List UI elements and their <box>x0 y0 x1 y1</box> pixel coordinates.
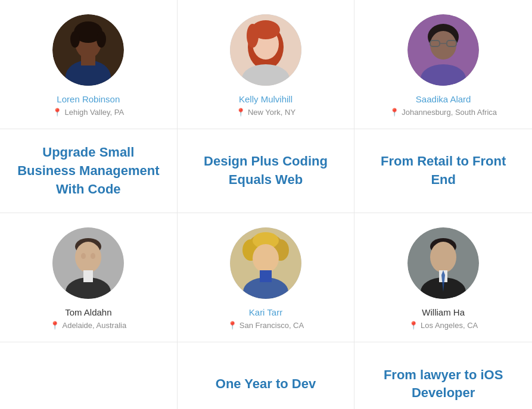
person-name-saadika: Saadika Alard <box>416 94 471 104</box>
svg-point-23 <box>81 253 86 259</box>
avatar-kari <box>230 227 301 299</box>
location-icon: 📍 <box>50 321 60 330</box>
avatar-saadika <box>407 14 479 86</box>
title-card-retail[interactable]: From Retail to Front End <box>354 129 532 213</box>
svg-point-37 <box>430 242 456 273</box>
person-location-kari: 📍 San Francisco, CA <box>228 321 304 330</box>
person-card-william[interactable]: William Ha 📍 Los Angeles, CA <box>354 213 532 342</box>
title-card-design[interactable]: Design Plus Coding Equals Web <box>178 129 355 213</box>
avatar-loren <box>52 14 124 86</box>
person-location-tom: 📍 Adelaide, Australia <box>50 321 126 330</box>
person-card-loren[interactable]: Loren Robinson 📍 Lehigh Valley, PA <box>0 0 178 129</box>
title-card-lawyer[interactable]: From lawyer to iOS Developer <box>354 342 532 409</box>
svg-rect-34 <box>260 270 272 282</box>
person-name-tom: Tom Aldahn <box>65 307 111 317</box>
talk-title-oneyear: One Year to Dev <box>216 375 316 394</box>
person-card-saadika[interactable]: Saadika Alard 📍 Johannesburg, South Afri… <box>354 0 532 129</box>
person-card-kari[interactable]: Kari Tarr 📍 San Francisco, CA <box>178 213 355 342</box>
person-name-william: William Ha <box>422 307 465 317</box>
svg-point-3 <box>70 31 80 48</box>
talk-title-design: Design Plus Coding Equals Web <box>189 152 343 189</box>
avatar-william <box>407 227 479 299</box>
location-icon: 📍 <box>52 108 62 117</box>
location-icon: 📍 <box>390 108 399 117</box>
svg-point-32 <box>253 244 279 273</box>
svg-point-15 <box>430 31 456 60</box>
titles-row-2: One Year to Dev From lawyer to iOS Devel… <box>0 342 532 409</box>
location-icon: 📍 <box>236 108 245 117</box>
title-card-oneyear[interactable]: One Year to Dev <box>178 342 355 409</box>
svg-point-4 <box>97 31 106 48</box>
talk-title-lawyer: From lawyer to iOS Developer <box>366 366 520 403</box>
person-name-kelly: Kelly Mulvihill <box>239 94 293 104</box>
talk-title-retail: From Retail to Front End <box>366 152 520 189</box>
person-location-saadika: 📍 Johannesburg, South Africa <box>390 108 497 117</box>
people-row-1: Loren Robinson 📍 Lehigh Valley, PA <box>0 0 532 129</box>
people-row-2: Tom Aldahn 📍 Adelaide, Australia <box>0 213 532 342</box>
location-icon: 📍 <box>228 321 237 330</box>
svg-point-22 <box>75 242 101 273</box>
svg-point-11 <box>247 24 259 48</box>
avatar-kelly <box>230 14 301 86</box>
title-card-tom-empty <box>0 342 178 409</box>
titles-row-1: Upgrade Small Business Management With C… <box>0 129 532 213</box>
svg-rect-26 <box>83 270 93 282</box>
svg-point-24 <box>91 253 95 259</box>
person-location-loren: 📍 Lehigh Valley, PA <box>52 108 124 117</box>
svg-rect-6 <box>81 56 95 65</box>
person-location-william: 📍 Los Angeles, CA <box>409 321 478 330</box>
location-icon: 📍 <box>409 321 418 330</box>
person-name-kari: Kari Tarr <box>249 307 282 317</box>
person-location-kelly: 📍 New York, NY <box>236 108 295 117</box>
person-card-kelly[interactable]: Kelly Mulvihill 📍 New York, NY <box>178 0 355 129</box>
avatar-tom <box>52 227 124 299</box>
talk-title-upgrade: Upgrade Small Business Management With C… <box>12 143 165 198</box>
person-name-loren: Loren Robinson <box>57 94 120 104</box>
title-card-upgrade[interactable]: Upgrade Small Business Management With C… <box>0 129 178 213</box>
person-card-tom[interactable]: Tom Aldahn 📍 Adelaide, Australia <box>0 213 178 342</box>
